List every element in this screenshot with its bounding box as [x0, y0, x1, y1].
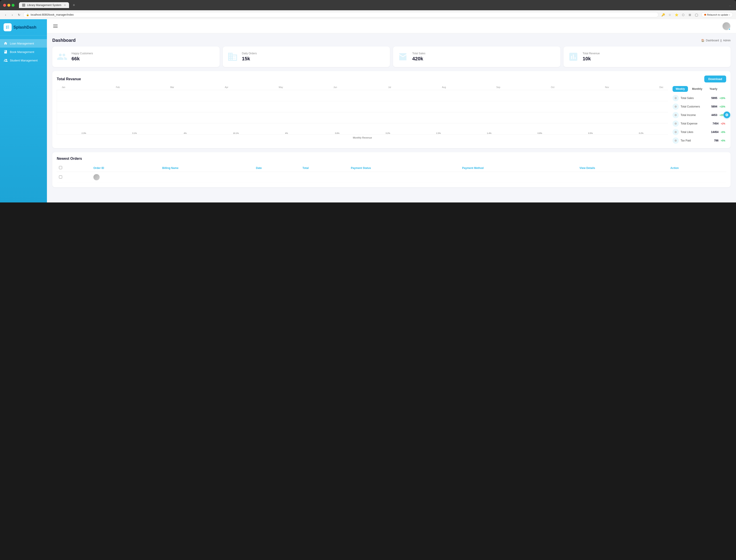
- month-jun: Jun: [331, 86, 340, 88]
- col-order-id: Order ID: [91, 164, 160, 172]
- gridline-top: [57, 90, 668, 90]
- app-container: SplashDash Loan Management Book Manageme…: [0, 19, 736, 202]
- address-bar[interactable]: 🔒 localhost:8080/book_manager/index: [23, 12, 658, 17]
- stat-badge-total-expense: +2%: [720, 122, 726, 125]
- col-total: Total: [300, 164, 349, 172]
- stat-circle-inner-total-sales: [675, 97, 677, 99]
- chart-month-labels: Jan Feb Mar Apr May Jun Jul Aug Sep Oct: [57, 86, 668, 88]
- extension-icon[interactable]: ⬡: [680, 12, 686, 18]
- stat-row-left-total-sales: Total Sales: [673, 95, 694, 101]
- total-sales-icon: [397, 51, 409, 63]
- relaunch-dot: [704, 14, 706, 16]
- logo-splash: Splash: [13, 25, 27, 29]
- bar-label-mar: 4%: [184, 132, 187, 134]
- bar-label-jul: 3.2%: [386, 132, 390, 134]
- col-billing-name: Billing Name: [160, 164, 254, 172]
- stat-value-tax-paid: 786: [714, 139, 719, 142]
- book-icon: [4, 50, 8, 54]
- happy-customers-icon: [56, 51, 68, 63]
- profile-circle-icon[interactable]: ◯: [694, 12, 700, 18]
- month-sep: Sep: [494, 86, 503, 88]
- bar-group-nov: 0.5%: [566, 131, 615, 134]
- breadcrumb: 🏠 Dashboard || Admin: [701, 39, 731, 42]
- stat-circle-total-sales: [673, 95, 679, 101]
- people-svg: [57, 51, 67, 62]
- bar-label-jun: 3.6%: [335, 132, 340, 134]
- bar-label-feb: 3.1%: [132, 132, 137, 134]
- bar-label-oct: 0.8%: [538, 132, 542, 134]
- forward-button[interactable]: ›: [10, 12, 15, 17]
- stat-row-left-total-likes: Total Likes: [673, 129, 693, 135]
- chart-x-label: Monthly Revenue: [57, 136, 668, 139]
- tab-title: Library Management System: [27, 4, 61, 7]
- stats-list: Total Sales 5995 +15% Total Customers 58…: [673, 95, 726, 144]
- gridline-25: [57, 101, 668, 101]
- close-button[interactable]: [3, 4, 6, 7]
- row-empty: [160, 172, 726, 183]
- refresh-button[interactable]: ↻: [17, 12, 21, 17]
- bar-group-apr: 10.1%: [211, 131, 261, 134]
- orders-table-head: Order ID Billing Name Date Total Payment…: [57, 164, 726, 172]
- hamburger-button[interactable]: [52, 24, 59, 29]
- stat-circle-total-expense: [673, 120, 679, 127]
- month-dec: Dec: [657, 86, 666, 88]
- stat-info-total-sales: Total Sales 420k: [412, 52, 425, 62]
- sidebar-item-book-management[interactable]: Book Management: [0, 48, 47, 56]
- month-may: May: [276, 86, 285, 88]
- tab-grid-icon[interactable]: ⊞: [687, 12, 693, 18]
- maximize-button[interactable]: [12, 4, 15, 7]
- month-mar: Mar: [168, 86, 177, 88]
- sidebar-item-loan-management[interactable]: Loan Management: [0, 39, 47, 48]
- gear-icon: [725, 113, 729, 117]
- tab-monthly[interactable]: Monthly: [689, 86, 705, 92]
- minimize-button[interactable]: [7, 4, 10, 7]
- hamburger-line-1: [53, 25, 58, 25]
- sidebar-item-student-management[interactable]: Student Management: [0, 56, 47, 65]
- stat-card-happy-customers: Happy Customers 66k: [52, 46, 220, 67]
- bar-label-dec: 0.2%: [639, 132, 643, 134]
- tab-yearly[interactable]: Yearly: [706, 86, 720, 92]
- stat-name-total-income: Total Income: [681, 114, 696, 117]
- row-checkbox[interactable]: [59, 175, 62, 179]
- store-svg: [397, 51, 408, 62]
- back-button[interactable]: ‹: [3, 12, 8, 17]
- select-all-checkbox[interactable]: [59, 166, 62, 169]
- month-nov: Nov: [603, 86, 612, 88]
- stat-badge-total-likes: +5%: [720, 131, 726, 134]
- download-button[interactable]: Download: [704, 76, 726, 82]
- bar-group-oct: 0.8%: [515, 131, 565, 134]
- key-icon[interactable]: 🔑: [660, 12, 666, 18]
- sidebar-label-book-management: Book Management: [10, 50, 34, 54]
- address-text: localhost:8080/book_manager/index: [31, 13, 74, 16]
- topbar: [47, 19, 736, 33]
- new-tab-icon[interactable]: +: [73, 3, 75, 8]
- revenue-title: Total Revanue: [57, 77, 81, 81]
- month-aug: Aug: [439, 86, 448, 88]
- stat-circle-total-likes: [673, 129, 679, 135]
- stat-row-right-tax-paid: 786 +5%: [714, 139, 726, 142]
- sidebar-nav: Loan Management Book Management Student …: [0, 36, 47, 202]
- user-avatar[interactable]: [722, 22, 731, 30]
- gear-button[interactable]: [723, 112, 730, 118]
- bar-group-sep: 1.4%: [465, 131, 514, 134]
- chart-left: Jan Feb Mar Apr May Jun Jul Aug Sep Oct: [57, 86, 668, 144]
- relaunch-button[interactable]: Relaunch to update ›: [701, 12, 733, 17]
- bookmark-icon[interactable]: ☆: [667, 12, 673, 18]
- star-icon[interactable]: ⭐: [674, 12, 679, 18]
- stat-value-happy-customers: 66k: [71, 56, 93, 62]
- col-action: Action: [668, 164, 726, 172]
- browser-window: Library Management System ✕ + ⌄ ‹ › ↻ 🔒 …: [0, 0, 736, 19]
- revenue-section: Total Revanue Download Jan Feb Mar Apr M…: [52, 71, 731, 148]
- bar-label-nov: 0.5%: [588, 132, 593, 134]
- window-controls-icon[interactable]: ⌄: [727, 2, 733, 8]
- browser-titlebar: Library Management System ✕ + ⌄: [0, 0, 736, 10]
- browser-tab[interactable]: Library Management System ✕: [19, 2, 69, 8]
- chart-gridlines: [57, 90, 668, 134]
- stat-name-tax-paid: Tax Paid: [681, 139, 691, 142]
- tab-close-icon[interactable]: ✕: [64, 4, 66, 7]
- stat-name-total-likes: Total Likes: [681, 131, 693, 134]
- toolbar-actions: 🔑 ☆ ⭐ ⬡ ⊞ ◯: [660, 12, 700, 18]
- period-tabs: Weekly Monthly Yearly: [673, 86, 726, 92]
- content-area: Dashboard 🏠 Dashboard || Admin: [47, 33, 736, 202]
- tab-weekly[interactable]: Weekly: [673, 86, 688, 92]
